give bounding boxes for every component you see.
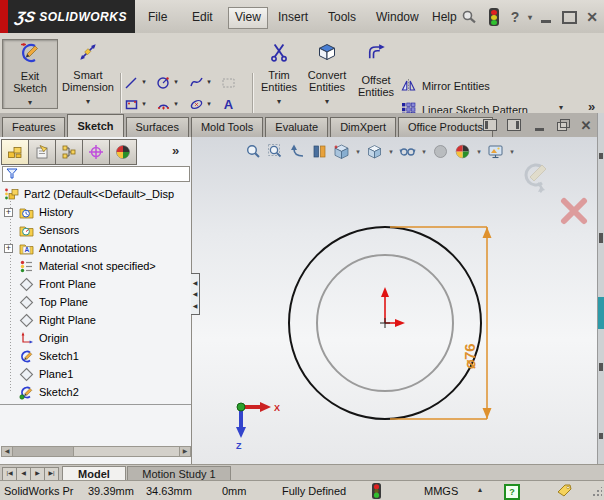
exit-sketch-button[interactable]: Exit Sketch ▾ — [2, 39, 58, 109]
tag-icon[interactable] — [556, 483, 573, 500]
offset-entities-button[interactable]: Offset Entities — [352, 39, 400, 107]
sketch-canvas[interactable]: ⌀76 X Z — [192, 137, 597, 464]
rectangle-tool-dropdown-icon[interactable]: ▾ — [140, 95, 148, 113]
last-tab-button[interactable]: ▶| — [44, 467, 59, 481]
tab-features[interactable]: Features — [2, 117, 65, 137]
tree-item-sketch2[interactable]: Sketch2 — [0, 383, 191, 401]
tree-horizontal-scrollbar[interactable]: ◀ ▶ — [1, 446, 191, 457]
text-tool-button[interactable]: A — [220, 95, 237, 113]
tab-sketch[interactable]: Sketch — [67, 114, 123, 137]
status-units[interactable]: MMGS — [424, 485, 458, 497]
convert-entities-dropdown-icon[interactable]: ▾ — [325, 97, 329, 107]
tab-office-products[interactable]: Office Products — [398, 117, 493, 137]
text-tool-icon: A — [224, 97, 233, 112]
ellipse-tool-button[interactable] — [188, 95, 205, 113]
spline-tool-dropdown-icon[interactable]: ▾ — [205, 73, 213, 91]
tree-item-material[interactable]: Material <not specified> — [0, 257, 191, 275]
diameter-dimension[interactable]: ⌀76 — [390, 227, 492, 419]
toolbar-overflow-chevron[interactable]: » — [588, 99, 595, 114]
tree-item-front-plane[interactable]: Front Plane — [0, 275, 191, 293]
pane-right-icon[interactable] — [506, 118, 522, 132]
tree-item-label: Annotations — [39, 242, 97, 254]
maximize-button[interactable] — [560, 8, 578, 26]
menu-edit[interactable]: Edit — [186, 7, 219, 27]
tree-item-origin[interactable]: Origin — [0, 329, 191, 347]
exit-sketch-icon — [18, 40, 42, 66]
tab-configurationmanager[interactable] — [55, 139, 83, 165]
menu-view[interactable]: View — [228, 7, 268, 29]
graphics-area[interactable]: ▾ ▾ ▾ ▾ ▾ ⌀76 — [192, 137, 597, 464]
tree-filter-input[interactable] — [2, 166, 190, 182]
pane-left-icon[interactable] — [482, 118, 498, 132]
doc-restore-button[interactable] — [552, 118, 568, 132]
resize-grip[interactable] — [592, 487, 602, 497]
tab-dimxpert[interactable]: DimXpert — [330, 117, 396, 137]
expand-icon[interactable]: + — [4, 244, 13, 253]
doc-minimize-button[interactable] — [531, 118, 547, 132]
prev-tab-button[interactable]: ◀ — [16, 467, 31, 481]
tree-item-label: Origin — [39, 332, 68, 344]
tree-item-sketch1[interactable]: Sketch1 — [0, 347, 191, 365]
tree-item-part2[interactable]: Part2 (Default<<Default>_Disp — [0, 185, 191, 203]
line-tool-button[interactable] — [123, 73, 140, 91]
status-help-icon[interactable]: ? — [504, 484, 520, 500]
view-triad: X Z — [236, 402, 280, 451]
search-icon[interactable] — [460, 8, 478, 26]
tab-evaluate[interactable]: Evaluate — [265, 117, 328, 137]
tab-surfaces[interactable]: Surfaces — [126, 117, 189, 137]
menu-window[interactable]: Window — [370, 7, 425, 27]
tab-propertymanager[interactable] — [28, 139, 56, 165]
mirror-entities-button[interactable]: Mirror Entities — [401, 75, 490, 97]
line-tool-dropdown-icon[interactable]: ▾ — [140, 73, 148, 91]
tab-featuremanager-tree[interactable] — [1, 139, 29, 165]
tree-item-sensors[interactable]: Sensors — [0, 221, 191, 239]
trim-entities-button[interactable]: Trim Entities ▾ — [256, 39, 302, 107]
tab-motion-study-1[interactable]: Motion Study 1 — [127, 466, 231, 481]
scroll-right-icon[interactable]: ▶ — [179, 447, 190, 456]
menu-help[interactable]: Help — [426, 7, 463, 27]
arc-tool-dropdown-icon[interactable]: ▾ — [172, 95, 180, 113]
scroll-left-icon[interactable]: ◀ — [2, 447, 13, 456]
tree-item-label: Right Plane — [39, 314, 96, 326]
dimension-value[interactable]: ⌀76 — [461, 343, 478, 369]
tab-dimxpertmanager[interactable] — [82, 139, 110, 165]
splitter-arrow-icon: ◀ — [193, 303, 198, 309]
scroll-thumb[interactable] — [13, 447, 74, 456]
convert-entities-button[interactable]: Convert Entities ▾ — [304, 39, 350, 107]
right-edge-scrollbar[interactable] — [597, 113, 604, 464]
doc-close-button[interactable]: ✕ — [578, 118, 594, 132]
scroll-thumb[interactable] — [598, 297, 604, 329]
smart-dimension-button[interactable]: Smart Dimension ▾ — [58, 39, 118, 107]
panel-overflow-chevron[interactable]: » — [172, 143, 179, 158]
units-dropdown-icon[interactable]: ▴ — [478, 485, 482, 494]
ellipse-tool-dropdown-icon[interactable]: ▾ — [205, 95, 213, 113]
spline-tool-button[interactable] — [188, 73, 205, 91]
rectangle-tool-button[interactable] — [123, 95, 140, 113]
tree-item-top-plane[interactable]: Top Plane — [0, 293, 191, 311]
close-button[interactable]: ✕ — [583, 8, 601, 26]
smart-dimension-dropdown-icon[interactable]: ▾ — [86, 97, 90, 107]
tab-displaymanager[interactable] — [109, 139, 137, 165]
expand-icon[interactable]: + — [4, 208, 13, 217]
minimize-button[interactable] — [537, 8, 555, 26]
panel-splitter-handle[interactable]: ◀ ◀ ◀ — [191, 273, 200, 315]
tree-item-annotations[interactable]: + A Annotations — [0, 239, 191, 257]
arc-tool-button[interactable] — [155, 95, 172, 113]
menu-file[interactable]: File — [142, 7, 173, 27]
menu-insert[interactable]: Insert — [272, 7, 314, 27]
trim-entities-icon — [269, 39, 289, 65]
linear-sketch-pattern-dropdown-icon[interactable]: ▾ — [556, 103, 566, 112]
menu-tools[interactable]: Tools — [322, 7, 362, 27]
first-tab-button[interactable]: |◀ — [2, 467, 17, 481]
tree-item-plane1[interactable]: Plane1 — [0, 365, 191, 383]
next-tab-button[interactable]: ▶ — [30, 467, 45, 481]
tab-model[interactable]: Model — [62, 466, 126, 481]
tree-item-label: Plane1 — [39, 368, 73, 380]
circle-tool-button[interactable] — [155, 73, 172, 91]
tree-item-right-plane[interactable]: Right Plane — [0, 311, 191, 329]
circle-tool-dropdown-icon[interactable]: ▾ — [172, 73, 180, 91]
tree-item-history[interactable]: + History — [0, 203, 191, 221]
trim-entities-dropdown-icon[interactable]: ▾ — [277, 97, 281, 107]
exit-sketch-dropdown-icon[interactable]: ▾ — [28, 98, 32, 108]
tab-mold-tools[interactable]: Mold Tools — [191, 117, 263, 137]
